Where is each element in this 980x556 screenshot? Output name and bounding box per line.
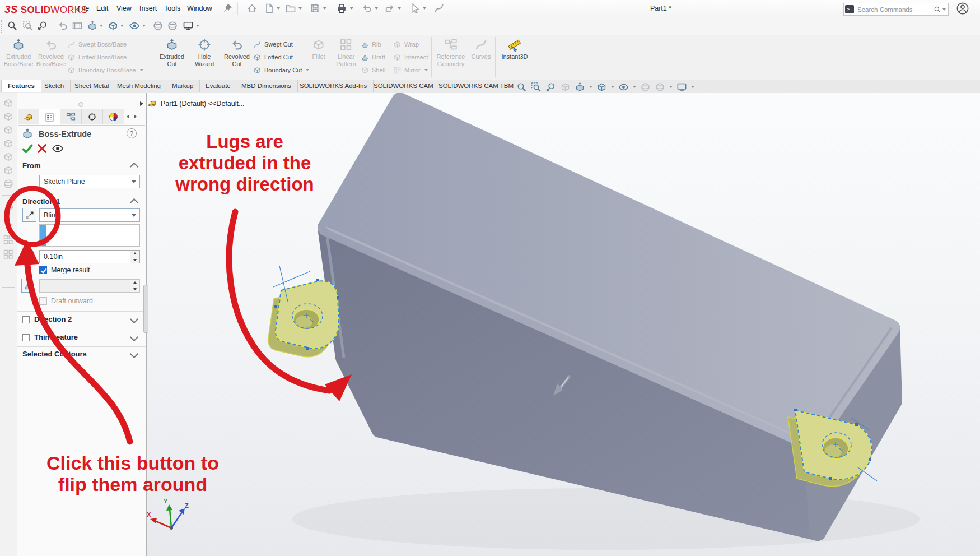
direction2-section-header[interactable]: Direction 2 bbox=[34, 315, 72, 323]
combo-caret[interactable] bbox=[132, 180, 136, 183]
help-button[interactable]: ? bbox=[127, 128, 137, 138]
toolbar-grip[interactable] bbox=[1, 20, 4, 33]
tab-configuration-manager[interactable] bbox=[60, 109, 82, 124]
instant3d-toggle[interactable]: Instant3D bbox=[497, 35, 532, 61]
boundary-boss-base-button[interactable]: Boundary Boss/Base bbox=[67, 65, 140, 75]
search-commands-box[interactable]: >_ bbox=[843, 3, 949, 16]
apply-scene-caret[interactable] bbox=[669, 86, 673, 88]
revolved-cut-button[interactable]: Revolved Cut bbox=[221, 35, 253, 67]
attachment-icon[interactable] bbox=[433, 3, 445, 14]
shell-button[interactable]: Shell bbox=[361, 65, 393, 75]
combo-caret[interactable] bbox=[132, 214, 136, 217]
zoom-area-tool-icon[interactable] bbox=[22, 20, 34, 31]
view-settings-icon[interactable] bbox=[676, 82, 687, 92]
previous-view-icon[interactable] bbox=[545, 82, 556, 92]
tab-dimxpert-manager[interactable] bbox=[82, 109, 103, 124]
view-orientation-caret[interactable] bbox=[589, 86, 592, 88]
thin-feature-expand-chevron[interactable] bbox=[130, 333, 139, 342]
direction1-section-header[interactable]: Direction 1 bbox=[22, 197, 60, 206]
extruded-cut-button[interactable]: Extruded Cut bbox=[156, 35, 188, 67]
screen-settings-caret[interactable] bbox=[196, 25, 199, 27]
home-button[interactable] bbox=[246, 3, 258, 14]
appearance-sphere-icon[interactable] bbox=[152, 20, 164, 31]
undo-button[interactable] bbox=[361, 3, 372, 14]
thin-feature-section-header[interactable]: Thin Feature bbox=[34, 333, 78, 341]
save-button[interactable] bbox=[310, 3, 321, 14]
display-style-caret[interactable] bbox=[611, 86, 614, 88]
menu-edit[interactable]: Edit bbox=[91, 0, 114, 17]
print-button[interactable] bbox=[336, 3, 347, 14]
selected-contours-section-header[interactable]: Selected Contours bbox=[22, 350, 87, 358]
redo-caret[interactable] bbox=[398, 7, 401, 10]
edit-appearance-icon[interactable] bbox=[640, 82, 651, 92]
open-button[interactable] bbox=[285, 3, 296, 14]
scene-icon[interactable] bbox=[167, 20, 178, 31]
feature-tree-flyout[interactable]: Part1 (Default) <<Default... bbox=[140, 99, 244, 108]
wrap-button[interactable]: Wrap bbox=[393, 39, 437, 49]
mirror-caret[interactable] bbox=[424, 69, 428, 71]
thin-feature-checkbox[interactable] bbox=[22, 334, 30, 341]
zoom-to-area-icon[interactable] bbox=[531, 82, 542, 92]
user-account-icon[interactable] bbox=[956, 2, 969, 15]
zoom-tool-icon[interactable] bbox=[7, 20, 18, 31]
menu-insert[interactable]: Insert bbox=[134, 0, 162, 17]
from-plane-select[interactable]: Sketch Plane bbox=[39, 175, 140, 188]
direction1-collapse-chevron[interactable] bbox=[130, 198, 139, 207]
linear-pattern-button[interactable]: Linear Pattern bbox=[332, 35, 361, 67]
draft-angle-spinner[interactable] bbox=[130, 280, 139, 292]
tabs-scroll-left[interactable] bbox=[124, 109, 132, 124]
end-condition-select[interactable]: Blind bbox=[39, 208, 140, 222]
view-cube-icon[interactable] bbox=[108, 20, 119, 31]
direction2-expand-chevron[interactable] bbox=[130, 315, 139, 324]
direction2-checkbox[interactable] bbox=[22, 316, 30, 323]
reference-geometry-button[interactable]: Reference Geometry bbox=[433, 35, 468, 67]
expand-tree-icon[interactable] bbox=[140, 101, 143, 106]
hide-show-caret[interactable] bbox=[633, 86, 636, 88]
select-caret[interactable] bbox=[423, 7, 426, 10]
view-orientation-icon[interactable] bbox=[575, 82, 585, 92]
zoom-to-fit-icon[interactable] bbox=[516, 82, 527, 92]
mirror-button[interactable]: Mirror bbox=[393, 65, 437, 75]
tab-solidworks-add-ins[interactable]: SOLIDWORKS Add-Ins bbox=[293, 80, 374, 92]
view-settings-caret[interactable] bbox=[691, 86, 694, 88]
revolved-boss-base-button[interactable]: Revolved Boss/Base bbox=[35, 35, 67, 67]
preview-eye-button[interactable] bbox=[52, 142, 64, 155]
tabs-scroll-right[interactable] bbox=[132, 109, 139, 124]
rib-button[interactable]: Rib bbox=[361, 39, 393, 49]
panel-handle[interactable] bbox=[78, 102, 83, 107]
section-view-icon[interactable] bbox=[560, 82, 571, 92]
tab-mbd-dimensions[interactable]: MBD Dimensions bbox=[235, 80, 298, 92]
select-button[interactable] bbox=[409, 3, 421, 14]
search-caret[interactable] bbox=[942, 8, 946, 11]
swept-boss-base-button[interactable]: Swept Boss/Base bbox=[67, 39, 140, 49]
print-caret[interactable] bbox=[350, 7, 353, 10]
direction-reference-selection-box[interactable] bbox=[39, 224, 140, 247]
hole-wizard-button[interactable]: Hole Wizard bbox=[188, 35, 221, 67]
drawing-cube-caret[interactable] bbox=[100, 25, 103, 27]
depth-input[interactable]: 0.10in bbox=[39, 250, 140, 263]
fillet-button[interactable]: Fillet bbox=[306, 35, 332, 61]
save-caret[interactable] bbox=[323, 7, 326, 10]
draft-on-off-button[interactable] bbox=[21, 279, 35, 293]
cancel-button[interactable] bbox=[36, 142, 48, 155]
ok-button[interactable] bbox=[21, 142, 34, 155]
display-style-icon[interactable] bbox=[596, 82, 607, 92]
draft-angle-input[interactable] bbox=[39, 279, 140, 293]
screen-settings-icon[interactable] bbox=[183, 20, 194, 31]
tab-features[interactable]: Features bbox=[1, 80, 41, 92]
merge-result-checkbox[interactable] bbox=[39, 266, 47, 274]
menu-window[interactable]: Window bbox=[182, 0, 217, 17]
draft-button[interactable]: Draft bbox=[361, 52, 393, 62]
from-collapse-chevron[interactable] bbox=[130, 163, 139, 172]
hide-show-items-icon[interactable] bbox=[618, 82, 629, 92]
draft-outward-checkbox[interactable] bbox=[39, 297, 47, 305]
tab-sketch[interactable]: Sketch bbox=[38, 80, 71, 92]
tab-markup[interactable]: Markup bbox=[166, 80, 200, 92]
tab-display-manager[interactable] bbox=[103, 109, 124, 124]
tab-solidworks-cam-tbm[interactable]: SOLIDWORKS CAM TBM bbox=[432, 80, 520, 92]
extruded-boss-base-button[interactable]: Extruded Boss/Base bbox=[2, 35, 35, 67]
tab-solidworks-cam[interactable]: SOLIDWORKS CAM bbox=[367, 80, 440, 92]
boundary-cut-button[interactable]: Boundary Cut bbox=[253, 65, 306, 75]
lofted-cut-button[interactable]: Lofted Cut bbox=[253, 52, 306, 62]
filter-tool-icon[interactable] bbox=[37, 20, 48, 31]
